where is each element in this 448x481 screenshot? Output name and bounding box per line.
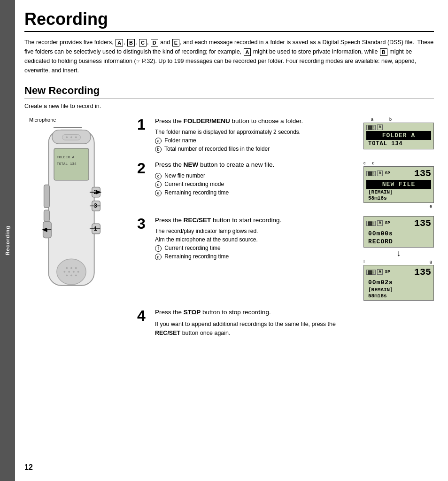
step-3-display: ▓▓▒ A SP 135 00m00s RECORD ↓ [363, 216, 434, 301]
step-2-number: 2 [137, 161, 150, 176]
circle-f-step3: f [155, 245, 162, 252]
lcd-2-sp: SP [385, 171, 390, 176]
step-4-content: Press the STOP button to stop recording.… [155, 308, 359, 337]
step-3-content: Press the REC/SET button to start record… [155, 216, 359, 261]
intro-paragraph: The recorder provides five folders, A, B… [24, 38, 434, 75]
step-2-content: Press the NEW button to create a new fil… [155, 161, 359, 197]
page-container: Recording Recording The recorder provide… [0, 0, 448, 481]
svg-point-7 [66, 136, 68, 138]
step-1-number: 1 [137, 117, 150, 132]
page-number: 12 [24, 463, 33, 472]
lcd-3-battery: ▓▓▒ [366, 221, 376, 226]
step-2-title: Press the NEW button to create a new fil… [155, 161, 359, 170]
lcd-4-header: ▓▓▒ A SP 135 [366, 267, 431, 278]
circle-a: a [155, 138, 162, 144]
lcd-4-folder-a: A [377, 269, 382, 275]
lcd-4-time1: 00m02s [366, 279, 431, 287]
svg-text:TOTAL 134: TOTAL 134 [57, 162, 77, 166]
svg-point-28 [73, 271, 75, 273]
step-3-sub-g: g Remaining recording time [155, 252, 359, 261]
step-1-row: 1 Press the FOLDER/MENU button to choose… [137, 117, 434, 153]
step-2-display: c d ▓▓▒ A SP 135 NEW FILE [363, 161, 434, 209]
step-4-bottom-note: If you want to append additional recordi… [155, 320, 359, 338]
lcd-1: a b ▓▓▒ A FOLDER A TOTAL 134 [363, 117, 434, 149]
lcd-1-row-a-label: a [371, 117, 373, 122]
device-column: Microphone FOLDER A TOTAL 134 [24, 117, 128, 301]
step-2-keyword: NEW [184, 161, 199, 168]
lcd-1-top: a b [363, 117, 434, 122]
lcd-2-side-labels: c d [363, 161, 434, 165]
svg-rect-33 [44, 185, 50, 208]
lcd-4-g-label: g [430, 259, 432, 264]
svg-point-27 [68, 271, 70, 273]
svg-point-25 [75, 267, 77, 269]
arrow-down: ↓ [363, 248, 434, 258]
lcd-box-1: ▓▓▒ A FOLDER A TOTAL 134 [363, 123, 434, 149]
lcd-2-e-label: e [363, 204, 432, 209]
lcd-2-number: 135 [414, 168, 431, 179]
svg-text:4: 4 [45, 227, 48, 233]
lcd-folder-a: A [377, 124, 382, 130]
svg-point-26 [63, 271, 65, 273]
lcd-1-total: TOTAL 134 [366, 140, 431, 147]
step-3-desc2: Aim the microphone at the sound source. [155, 235, 359, 244]
lcd-2-header: ▓▓▒ A SP 135 [366, 168, 431, 179]
step-3-keyword: REC/SET [184, 217, 211, 224]
folder-d-badge: D [151, 39, 158, 47]
lcd-2-new-file: NEW FILE [366, 180, 431, 189]
steps-column: 1 Press the FOLDER/MENU button to choose… [137, 117, 434, 345]
device-illustration: FOLDER A TOTAL 134 2 3 [24, 125, 118, 299]
ref-symbol: ☞ [136, 59, 140, 64]
svg-point-9 [75, 136, 77, 138]
sidebar: Recording [0, 0, 15, 481]
lcd-battery-icon: ▓▓▒ [366, 125, 376, 130]
step-1-sub-b: b Total number of recorded files in the … [155, 145, 359, 153]
lcd-2: c d ▓▓▒ A SP 135 NEW FILE [363, 161, 434, 209]
page-title: Recording [24, 9, 434, 32]
lcd-2-d-label: d [372, 161, 375, 165]
circle-g-step3: g [155, 254, 162, 260]
step-4-title: Press the STOP button to stop recording. [155, 308, 359, 317]
circle-d: d [155, 181, 162, 188]
svg-point-32 [75, 274, 77, 276]
lcd-3-time: 00m00s [366, 230, 431, 238]
step-3-row: 3 Press the REC/SET button to start reco… [137, 216, 434, 301]
lcd-4-time2: 58m18s [366, 293, 431, 299]
lcd-3-header: ▓▓▒ A SP 135 [366, 218, 431, 229]
section-title: New Recording [24, 85, 434, 99]
step-1-display: a b ▓▓▒ A FOLDER A TOTAL 134 [363, 117, 434, 149]
lcd-4-battery: ▓▓▒ [366, 270, 376, 275]
step-1-title: Press the FOLDER/MENU button to choose a… [155, 117, 359, 126]
lcd-2-time: 58m18s [366, 195, 431, 201]
svg-point-29 [77, 271, 79, 273]
step-3-title: Press the REC/SET button to start record… [155, 216, 359, 225]
step-1-desc: The folder name is displayed for approxi… [155, 128, 359, 136]
folder-b-ref: B [380, 48, 387, 56]
step-3-desc1: The record/play indicator lamp glows red… [155, 227, 359, 235]
section-subtitle: Create a new file to record in. [24, 103, 434, 109]
circle-b: b [155, 146, 162, 153]
folder-c-badge: C [139, 39, 147, 47]
step-4-keyword: STOP [184, 309, 201, 316]
svg-point-23 [66, 267, 68, 269]
lcd-3-container: ▓▓▒ A SP 135 00m00s RECORD ↓ [363, 216, 434, 301]
lcd-3-folder-a: A [377, 220, 382, 226]
folder-a-ref: A [244, 48, 251, 56]
circle-e: e [155, 190, 162, 196]
folder-a-badge: A [116, 39, 123, 47]
step-1-content: Press the FOLDER/MENU button to choose a… [155, 117, 359, 153]
lcd-1-header: ▓▓▒ A [366, 124, 431, 130]
microphone-line-svg [54, 124, 86, 133]
step-2-sub-c: c New file number [155, 171, 359, 180]
lcd-1-folder-name: FOLDER A [366, 131, 431, 140]
svg-rect-34 [44, 210, 50, 221]
step-4-rec-set: REC/SET [155, 330, 180, 336]
main-content: Recording The recorder provides five fol… [15, 0, 448, 481]
circle-c: c [155, 173, 162, 179]
step-3-number: 3 [137, 216, 150, 231]
lcd-4-side-labels: f g [363, 259, 434, 264]
lcd-4-f-label: f [363, 259, 365, 264]
lcd-4-sp: SP [385, 270, 390, 274]
step-2-row: 2 Press the NEW button to create a new f… [137, 161, 434, 209]
lcd-4-number: 135 [414, 267, 431, 278]
